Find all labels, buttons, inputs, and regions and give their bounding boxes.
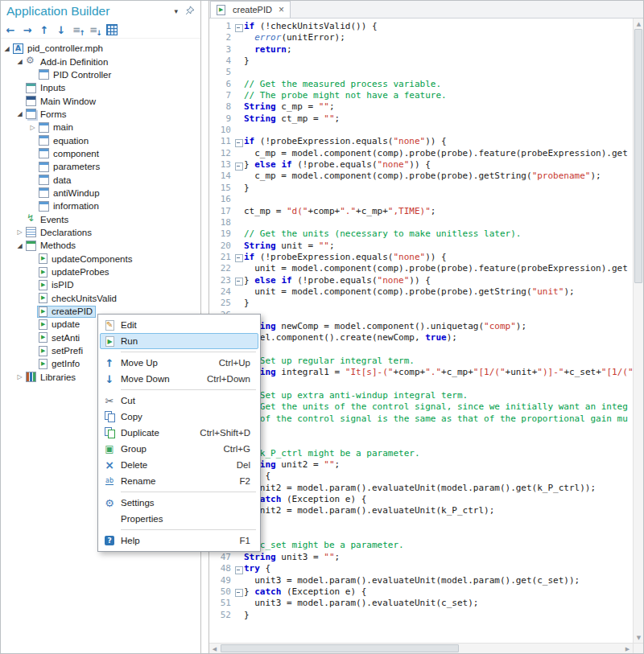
menu-item-run[interactable]: Run (100, 333, 258, 349)
sidebar-item-methods[interactable]: Methods (1, 239, 200, 252)
menu-item-properties[interactable]: Properties (100, 511, 258, 527)
menu-item-duplicate[interactable]: DuplicateCtrl+Shift+D (100, 425, 258, 441)
sidebar-item-ispid[interactable]: isPID (1, 278, 200, 291)
code-line[interactable]: 10 (209, 125, 633, 136)
code-line[interactable]: 27String newComp = model.component().uni… (209, 321, 633, 332)
collapse-arrow-icon[interactable] (15, 57, 24, 66)
code-line[interactable]: 49 unit3 = model.param().evaluateUnit(mo… (209, 575, 633, 586)
code-line[interactable]: 44} (209, 517, 633, 529)
code-line[interactable]: 7// The probe might not have a feature. (209, 90, 633, 101)
expand-arrow-icon[interactable] (15, 372, 24, 381)
code-line[interactable]: 42} catch (Exception e) { (209, 494, 633, 505)
sidebar-item-information[interactable]: information (1, 199, 200, 212)
code-line[interactable]: 48try { (209, 563, 633, 574)
sidebar-item-data[interactable]: data (1, 173, 200, 186)
pin-icon[interactable] (185, 6, 195, 17)
code-line[interactable]: 9String ct_mp = ""; (209, 113, 633, 125)
move-node-up-icon[interactable]: ↑ (37, 23, 52, 37)
close-icon[interactable]: × (279, 4, 284, 15)
code-line[interactable]: 33// Set up extra anti-windup integral t… (209, 390, 633, 401)
fold-toggle-icon[interactable] (233, 586, 244, 598)
code-line[interactable]: 12 c_mp = model.component(comp).probe(pr… (209, 148, 633, 159)
scroll-right-icon[interactable]: ▶ (622, 644, 633, 654)
fold-toggle-icon[interactable] (233, 136, 244, 147)
menu-item-edit[interactable]: Edit (100, 317, 258, 333)
menu-item-group[interactable]: GroupCtrl+G (100, 441, 258, 457)
sidebar-item-parameters[interactable]: parameters (1, 160, 200, 173)
code-line[interactable]: 38// k_P_ctrl might be a parameter. (209, 448, 633, 459)
horizontal-scroll-thumb[interactable] (221, 644, 459, 652)
fold-toggle-icon[interactable] (233, 159, 244, 171)
sidebar-item-main-window[interactable]: Main Window (1, 94, 200, 107)
collapse-arrow-icon[interactable] (2, 44, 11, 53)
code-line[interactable]: 41 unit2 = model.param().evaluateUnit(mo… (209, 483, 633, 494)
sidebar-item-antiwindup[interactable]: antiWindup (1, 187, 200, 199)
code-line[interactable]: 35// of the control signal is the same a… (209, 413, 633, 425)
code-line[interactable]: 45 (209, 529, 633, 540)
scroll-left-icon[interactable]: ◀ (209, 644, 220, 654)
forward-icon[interactable]: → (20, 23, 35, 37)
menu-item-move-up[interactable]: Move UpCtrl+Up (100, 355, 258, 371)
fold-toggle-icon[interactable] (233, 275, 244, 286)
sidebar-item-add-in-definition[interactable]: Add-in Definition (1, 55, 200, 68)
vertical-scrollbar[interactable]: ▲ ▼ (633, 19, 643, 643)
code-line[interactable]: 39String unit2 = ""; (209, 459, 633, 471)
code-line[interactable]: 50} catch (Exception e) { (209, 586, 633, 598)
collapse-all-icon[interactable] (71, 23, 85, 37)
code-line[interactable]: 20String unit = ""; (209, 241, 633, 252)
code-line[interactable]: 6// Get the measured process variable. (209, 79, 633, 90)
code-line[interactable]: 2 error(unitError); (209, 32, 633, 43)
sidebar-item-forms[interactable]: Forms (1, 108, 200, 121)
code-line[interactable]: 24 unit = model.component(comp).probe(pr… (209, 286, 633, 298)
sidebar-item-main[interactable]: main (1, 121, 200, 134)
code-line[interactable]: 34// Get the units of the control signal… (209, 401, 633, 413)
code-line[interactable]: 37 (209, 436, 633, 447)
expand-arrow-icon[interactable] (28, 123, 37, 132)
sidebar-item-pid-controller-mph[interactable]: pid_controller.mph (1, 42, 200, 55)
sidebar-item-component[interactable]: component (1, 147, 200, 160)
code-line[interactable]: 19// Get the units (necessary to make un… (209, 228, 633, 240)
code-line[interactable]: 3 return; (209, 44, 633, 56)
fold-toggle-icon[interactable] (233, 252, 244, 263)
sidebar-item-events[interactable]: Events (1, 212, 200, 225)
code-line[interactable]: 11if (!probeExpression.equals("none")) { (209, 136, 633, 147)
code-line[interactable]: 40try { (209, 471, 633, 482)
sidebar-item-declarations[interactable]: Declarations (1, 226, 200, 239)
move-node-down-icon[interactable]: ↓ (54, 23, 68, 37)
code-line[interactable]: 25} (209, 298, 633, 309)
expand-arrow-icon[interactable] (15, 228, 24, 237)
menu-item-copy[interactable]: Copy (100, 409, 258, 425)
sidebar-item-updatecomponents[interactable]: updateComponents (1, 253, 200, 265)
code-line[interactable]: 16 (209, 194, 633, 205)
fold-toggle-icon[interactable] (233, 563, 244, 574)
code-line[interactable]: 8String c_mp = ""; (209, 101, 633, 113)
code-line[interactable]: 5 (209, 67, 633, 78)
expand-all-icon[interactable] (88, 23, 102, 37)
menu-item-settings[interactable]: Settings (100, 495, 258, 511)
scroll-up-icon[interactable]: ▲ (634, 19, 644, 29)
code-line[interactable]: 29 (209, 344, 633, 356)
code-editor[interactable]: 1if (!checkUnitsValid()) {2 error(unitEr… (209, 19, 633, 643)
code-line[interactable]: 36 (209, 425, 633, 436)
code-line[interactable]: 28model.component().create(newComp, true… (209, 332, 633, 343)
collapse-arrow-icon[interactable] (15, 241, 24, 250)
tab-createpid[interactable]: createPID × (210, 1, 291, 18)
code-line[interactable]: 23} else if (!probe.equals("none")) { (209, 275, 633, 286)
menu-item-move-down[interactable]: Move DownCtrl+Down (100, 371, 258, 387)
code-line[interactable]: 31String integral1 = "It[s]-("+comp+"."+… (209, 367, 633, 378)
menu-item-help[interactable]: HelpF1 (100, 533, 258, 549)
code-line[interactable]: 43 unit2 = model.param().evaluateUnit(k_… (209, 505, 633, 516)
code-line[interactable]: 15} (209, 183, 633, 194)
code-line[interactable]: 4} (209, 56, 633, 67)
fold-toggle-icon[interactable] (233, 21, 244, 32)
code-line[interactable]: 13} else if (!probe.equals("none")) { (209, 159, 633, 171)
sidebar-item-checkunitsvalid[interactable]: checkUnitsValid (1, 292, 200, 305)
sidebar-item-pid-controller[interactable]: PID Controller (1, 68, 200, 81)
sidebar-item-inputs[interactable]: Inputs (1, 81, 200, 94)
menu-item-cut[interactable]: Cut (100, 393, 258, 409)
menu-item-rename[interactable]: RenameF2 (100, 473, 258, 489)
code-line[interactable]: 22 unit = model.component(comp).probe(pr… (209, 263, 633, 274)
scroll-down-icon[interactable]: ▼ (634, 632, 644, 643)
code-line[interactable]: 14 c_mp = model.component(comp).probe(pr… (209, 171, 633, 182)
code-line[interactable]: 21if (!probeExpression.equals("none")) { (209, 252, 633, 263)
